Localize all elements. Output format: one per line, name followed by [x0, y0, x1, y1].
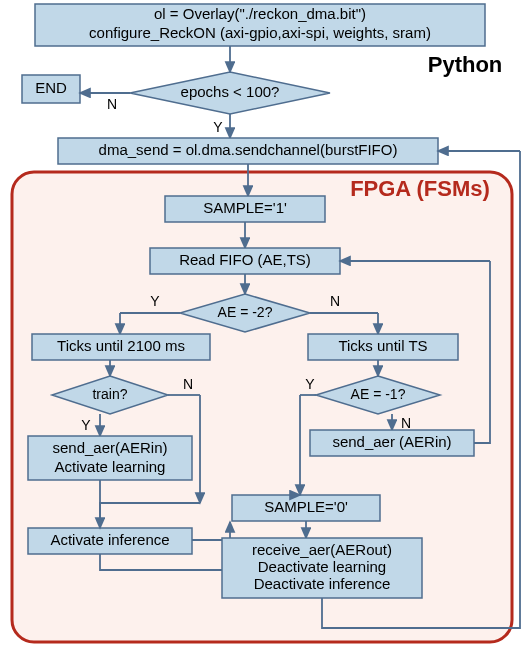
- edge-n-4: N: [401, 415, 411, 431]
- edge-y-1: Y: [213, 119, 223, 135]
- init-line1: ol = Overlay("./reckon_dma.bit"): [154, 5, 366, 22]
- python-label: Python: [428, 52, 503, 77]
- actinf-text: Activate inference: [50, 531, 169, 548]
- init-line2: configure_ReckON (axi-gpio,axi-spi, weig…: [89, 24, 431, 41]
- fpga-label: FPGA (FSMs): [350, 176, 490, 201]
- edge-n-2: N: [330, 293, 340, 309]
- recv-line3: Deactivate inference: [254, 575, 391, 592]
- sendR-text: send_aer (AERin): [332, 433, 451, 450]
- ae2-text: AE = -2?: [218, 304, 273, 320]
- readfifo-text: Read FIFO (AE,TS): [179, 251, 311, 268]
- dma-text: dma_send = ol.dma.sendchannel(burstFIFO): [99, 141, 398, 158]
- sample1-text: SAMPLE='1': [203, 199, 287, 216]
- recv-line1: receive_aer(AERout): [252, 541, 392, 558]
- edge-n-3: N: [183, 376, 193, 392]
- ae1-text: AE = -1?: [351, 386, 406, 402]
- flowchart: Python FPGA (FSMs) ol = Overlay("./recko…: [0, 0, 530, 650]
- recv-line2: Deactivate learning: [258, 558, 386, 575]
- edge-y-4: Y: [305, 376, 315, 392]
- ticksTS-text: Ticks until TS: [338, 337, 427, 354]
- sendL-line2: Activate learning: [55, 458, 166, 475]
- sample0-text: SAMPLE='0': [264, 498, 348, 515]
- epochs-text: epochs < 100?: [181, 83, 280, 100]
- edge-n-1: N: [107, 96, 117, 112]
- edge-y-3: Y: [81, 417, 91, 433]
- sendL-line1: send_aer(AERin): [52, 439, 167, 456]
- train-text: train?: [92, 386, 127, 402]
- edge-y-2: Y: [150, 293, 160, 309]
- ticks2100-text: Ticks until 2100 ms: [57, 337, 185, 354]
- end-text: END: [35, 79, 67, 96]
